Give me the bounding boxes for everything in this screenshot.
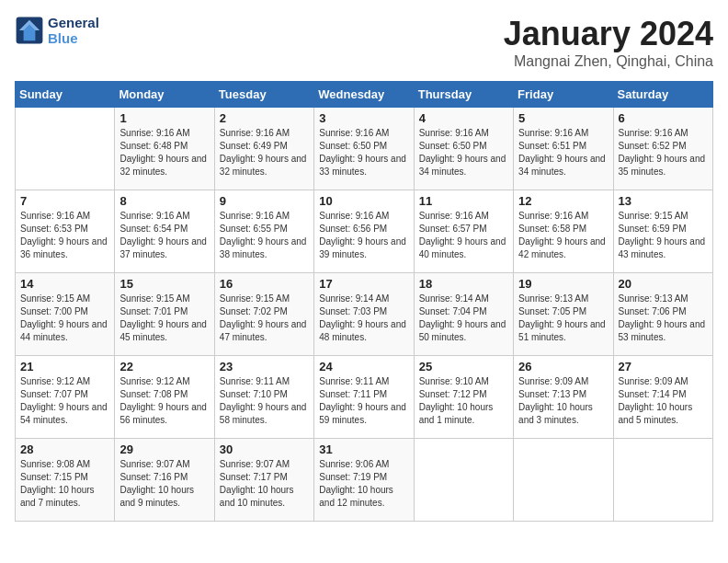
- sunset-label: Sunset: 6:56 PM: [319, 224, 387, 234]
- calendar-cell: 31 Sunrise: 9:06 AM Sunset: 7:19 PM Dayl…: [314, 439, 414, 522]
- daylight-label: Daylight: 10 hours and 3 minutes.: [518, 402, 593, 425]
- daylight-label: Daylight: 9 hours and 32 minutes.: [119, 154, 207, 177]
- day-number: 23: [220, 360, 309, 373]
- daylight-label: Daylight: 9 hours and 47 minutes.: [220, 319, 307, 342]
- cell-info: Sunrise: 9:15 AM Sunset: 6:59 PM Dayligh…: [619, 210, 708, 261]
- sunset-label: Sunset: 6:55 PM: [220, 224, 288, 234]
- daylight-label: Daylight: 9 hours and 39 minutes.: [319, 236, 406, 259]
- day-number: 2: [220, 111, 309, 125]
- calendar-cell: 7 Sunrise: 9:16 AM Sunset: 6:53 PM Dayli…: [16, 190, 115, 273]
- sunset-label: Sunset: 6:54 PM: [119, 224, 188, 234]
- calendar-cell: 20 Sunrise: 9:13 AM Sunset: 7:06 PM Dayl…: [613, 273, 712, 356]
- cell-info: Sunrise: 9:15 AM Sunset: 7:02 PM Dayligh…: [220, 293, 309, 344]
- cell-info: Sunrise: 9:12 AM Sunset: 7:08 PM Dayligh…: [119, 375, 209, 427]
- sunrise-label: Sunrise: 9:14 AM: [419, 293, 489, 304]
- daylight-label: Daylight: 9 hours and 45 minutes.: [119, 319, 207, 342]
- day-number: 14: [20, 277, 109, 291]
- daylight-label: Daylight: 9 hours and 44 minutes.: [20, 319, 108, 342]
- sunset-label: Sunset: 7:05 PM: [518, 306, 586, 316]
- header: General Blue January 2024 Mangnai Zhen, …: [15, 15, 713, 70]
- sunset-label: Sunset: 6:50 PM: [319, 141, 387, 151]
- cell-info: Sunrise: 9:07 AM Sunset: 7:16 PM Dayligh…: [119, 458, 209, 510]
- day-number: 16: [220, 277, 309, 291]
- logo: General Blue: [15, 15, 99, 46]
- day-number: 12: [518, 194, 608, 208]
- daylight-label: Daylight: 10 hours and 5 minutes.: [619, 402, 693, 425]
- daylight-label: Daylight: 9 hours and 33 minutes.: [319, 154, 406, 177]
- calendar-cell: 22 Sunrise: 9:12 AM Sunset: 7:08 PM Dayl…: [115, 356, 214, 439]
- sunset-label: Sunset: 6:58 PM: [518, 224, 586, 234]
- cell-info: Sunrise: 9:10 AM Sunset: 7:12 PM Dayligh…: [419, 375, 508, 427]
- calendar-cell: 3 Sunrise: 9:16 AM Sunset: 6:50 PM Dayli…: [314, 108, 414, 190]
- calendar-cell: 6 Sunrise: 9:16 AM Sunset: 6:52 PM Dayli…: [613, 108, 712, 190]
- day-number: 29: [119, 442, 209, 456]
- cell-info: Sunrise: 9:13 AM Sunset: 7:05 PM Dayligh…: [518, 293, 608, 344]
- sunset-label: Sunset: 7:16 PM: [119, 472, 188, 482]
- sunrise-label: Sunrise: 9:12 AM: [20, 376, 90, 386]
- cell-info: Sunrise: 9:13 AM Sunset: 7:06 PM Dayligh…: [619, 293, 708, 344]
- sunrise-label: Sunrise: 9:15 AM: [20, 293, 90, 304]
- daylight-label: Daylight: 9 hours and 42 minutes.: [518, 236, 606, 259]
- sunrise-label: Sunrise: 9:07 AM: [220, 459, 290, 469]
- sunset-label: Sunset: 6:57 PM: [419, 224, 487, 234]
- sunset-label: Sunset: 7:08 PM: [119, 389, 188, 399]
- cell-info: Sunrise: 9:16 AM Sunset: 6:52 PM Dayligh…: [619, 127, 708, 178]
- sunrise-label: Sunrise: 9:16 AM: [20, 211, 90, 221]
- day-number: 22: [119, 360, 209, 373]
- sunrise-label: Sunrise: 9:16 AM: [319, 211, 389, 221]
- calendar-cell: [514, 439, 613, 522]
- calendar-cell: 12 Sunrise: 9:16 AM Sunset: 6:58 PM Dayl…: [514, 190, 613, 273]
- day-number: 21: [20, 360, 109, 373]
- cell-info: Sunrise: 9:14 AM Sunset: 7:03 PM Dayligh…: [319, 293, 408, 344]
- sunrise-label: Sunrise: 9:16 AM: [518, 128, 588, 138]
- week-row-5: 28 Sunrise: 9:08 AM Sunset: 7:15 PM Dayl…: [16, 439, 713, 522]
- sunrise-label: Sunrise: 9:08 AM: [20, 459, 90, 469]
- day-number: 26: [518, 360, 608, 373]
- daylight-label: Daylight: 9 hours and 51 minutes.: [518, 319, 606, 342]
- sunset-label: Sunset: 6:51 PM: [518, 141, 586, 151]
- daylight-label: Daylight: 9 hours and 40 minutes.: [419, 236, 506, 259]
- daylight-label: Daylight: 9 hours and 36 minutes.: [20, 236, 108, 259]
- day-number: 24: [319, 360, 408, 373]
- calendar-cell: 23 Sunrise: 9:11 AM Sunset: 7:10 PM Dayl…: [214, 356, 313, 439]
- daylight-label: Daylight: 9 hours and 50 minutes.: [419, 319, 506, 342]
- sunset-label: Sunset: 7:14 PM: [619, 389, 687, 399]
- cell-info: Sunrise: 9:16 AM Sunset: 6:54 PM Dayligh…: [119, 210, 209, 261]
- sunrise-label: Sunrise: 9:16 AM: [220, 211, 290, 221]
- daylight-label: Daylight: 10 hours and 7 minutes.: [20, 485, 95, 508]
- subtitle: Mangnai Zhen, Qinghai, China: [504, 53, 713, 70]
- daylight-label: Daylight: 9 hours and 48 minutes.: [319, 319, 406, 342]
- weekday-header-thursday: Thursday: [414, 82, 513, 108]
- cell-info: Sunrise: 9:16 AM Sunset: 6:48 PM Dayligh…: [119, 127, 209, 178]
- sunrise-label: Sunrise: 9:15 AM: [619, 211, 688, 221]
- calendar-cell: 28 Sunrise: 9:08 AM Sunset: 7:15 PM Dayl…: [16, 439, 115, 522]
- sunrise-label: Sunrise: 9:09 AM: [619, 376, 688, 386]
- sunset-label: Sunset: 6:59 PM: [619, 224, 687, 234]
- daylight-label: Daylight: 10 hours and 1 minute.: [419, 402, 494, 425]
- sunrise-label: Sunrise: 9:15 AM: [119, 293, 189, 304]
- calendar-cell: 11 Sunrise: 9:16 AM Sunset: 6:57 PM Dayl…: [414, 190, 513, 273]
- daylight-label: Daylight: 9 hours and 35 minutes.: [619, 154, 706, 177]
- logo-icon: [15, 16, 44, 45]
- sunset-label: Sunset: 6:50 PM: [419, 141, 487, 151]
- calendar-cell: 26 Sunrise: 9:09 AM Sunset: 7:13 PM Dayl…: [514, 356, 613, 439]
- day-number: 5: [518, 111, 608, 125]
- cell-info: Sunrise: 9:16 AM Sunset: 6:51 PM Dayligh…: [518, 127, 608, 178]
- calendar-cell: 9 Sunrise: 9:16 AM Sunset: 6:55 PM Dayli…: [214, 190, 313, 273]
- week-row-3: 14 Sunrise: 9:15 AM Sunset: 7:00 PM Dayl…: [16, 273, 713, 356]
- sunset-label: Sunset: 7:17 PM: [220, 472, 288, 482]
- daylight-label: Daylight: 10 hours and 12 minutes.: [319, 485, 393, 508]
- calendar-cell: 8 Sunrise: 9:16 AM Sunset: 6:54 PM Dayli…: [115, 190, 214, 273]
- sunrise-label: Sunrise: 9:10 AM: [419, 376, 489, 386]
- main-title: January 2024: [504, 15, 713, 53]
- calendar-cell: 19 Sunrise: 9:13 AM Sunset: 7:05 PM Dayl…: [514, 273, 613, 356]
- sunrise-label: Sunrise: 9:11 AM: [220, 376, 290, 386]
- day-number: 18: [419, 277, 508, 291]
- daylight-label: Daylight: 9 hours and 54 minutes.: [20, 402, 108, 425]
- cell-info: Sunrise: 9:07 AM Sunset: 7:17 PM Dayligh…: [220, 458, 309, 510]
- calendar-cell: 27 Sunrise: 9:09 AM Sunset: 7:14 PM Dayl…: [613, 356, 712, 439]
- week-row-1: 1 Sunrise: 9:16 AM Sunset: 6:48 PM Dayli…: [16, 108, 713, 190]
- calendar-cell: 18 Sunrise: 9:14 AM Sunset: 7:04 PM Dayl…: [414, 273, 513, 356]
- daylight-label: Daylight: 9 hours and 37 minutes.: [119, 236, 207, 259]
- sunset-label: Sunset: 7:12 PM: [419, 389, 487, 399]
